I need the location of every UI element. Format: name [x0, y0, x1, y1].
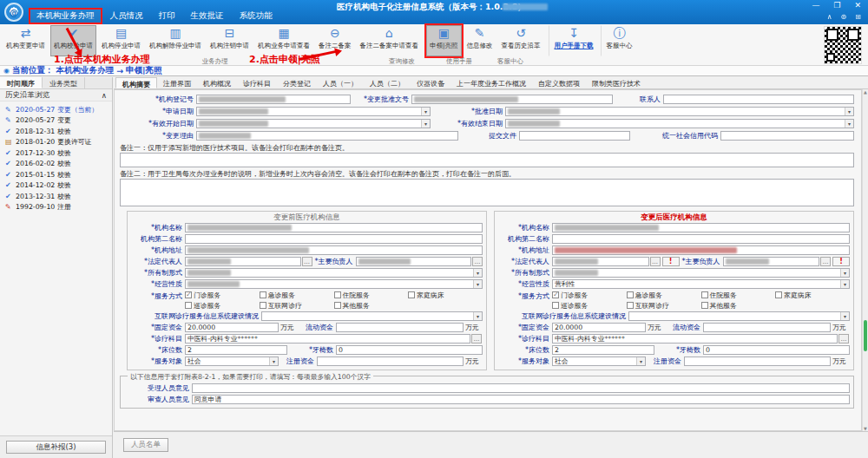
form-tab[interactable]: 限制类医疗技术	[586, 77, 647, 88]
info-supplement-button[interactable]: 信息补报(3)	[6, 441, 106, 454]
close-button[interactable]: ✕	[854, 1, 861, 10]
internet-service-select[interactable]	[628, 311, 850, 321]
nature-select[interactable]: 营利性	[552, 279, 850, 289]
toolbar-button[interactable]: ▤ 机构停业申请	[98, 25, 144, 56]
principal-lookup-button[interactable]: …	[820, 257, 831, 266]
toolbar-button[interactable]: ▦ 机构业务申请查看	[254, 25, 313, 56]
approve-date-field[interactable]	[505, 107, 854, 116]
toolbar-button[interactable]: ⌂ 备注二备案申请查看	[357, 25, 423, 56]
history-item[interactable]: ✎ 2020-05-27 变更	[0, 115, 112, 127]
second-name-field[interactable]	[552, 234, 850, 244]
collapse-ribbon-icon[interactable]: ∧	[827, 13, 832, 21]
org-name-field[interactable]	[552, 223, 850, 232]
legal-rep-lookup-button[interactable]: …	[650, 257, 661, 266]
service-checkbox[interactable]	[775, 291, 782, 298]
current-fund-field[interactable]	[336, 323, 464, 332]
menu-item[interactable]: 打印	[151, 8, 183, 24]
scroll-up-icon[interactable]: ▲	[863, 89, 868, 95]
submit-file-field[interactable]	[519, 131, 630, 141]
maximize-button[interactable]: ❐	[833, 1, 840, 10]
legal-rep-lookup-button[interactable]: …	[302, 257, 312, 266]
service-checkbox[interactable]	[260, 302, 266, 309]
history-item[interactable]: ▤ 2018-01-20 更换许可证	[0, 137, 112, 148]
form-tab[interactable]: 注册界面	[157, 77, 197, 88]
service-checkbox[interactable]	[627, 302, 634, 309]
service-checkbox[interactable]	[701, 291, 708, 298]
internet-service-select[interactable]	[261, 311, 483, 321]
minimize-button[interactable]: —	[812, 1, 819, 10]
service-checkbox[interactable]	[185, 291, 192, 298]
principal-alert-button[interactable]: !	[832, 257, 850, 266]
second-name-field[interactable]	[185, 234, 483, 244]
vertical-scrollbar[interactable]: ▲ ▼	[862, 89, 868, 431]
principal-field[interactable]	[356, 257, 472, 266]
history-item[interactable]: ✎ 2020-05-27 变更（当前）	[0, 104, 112, 115]
valid-start-field[interactable]	[196, 119, 431, 128]
principal-field[interactable]	[723, 257, 820, 266]
history-item[interactable]: ✔ 2015-01-15 校验	[0, 169, 112, 180]
toolbar-button[interactable]: ↺ 查看历史沿革	[498, 25, 544, 56]
menu-item[interactable]: 人员情况	[102, 8, 151, 24]
subjects-lookup-button[interactable]: …	[471, 334, 482, 344]
note2-textarea[interactable]	[120, 179, 854, 206]
user-icon[interactable]: ⊚	[841, 13, 847, 21]
approval-no-field[interactable]	[411, 95, 613, 104]
address-field[interactable]	[185, 245, 483, 255]
service-checkbox[interactable]	[334, 302, 341, 309]
form-tab[interactable]: 诊疗科目	[237, 77, 277, 88]
toolbar-button[interactable]: ▣ 申领|亮照	[426, 25, 462, 56]
subjects-field[interactable]: 中医科-内科专业******	[185, 334, 470, 344]
org-name-field[interactable]	[185, 223, 483, 232]
note1-textarea[interactable]	[120, 153, 854, 167]
history-item[interactable]: ✎ 1992-09-10 注册	[0, 202, 112, 213]
collapse-icon[interactable]: ∧	[102, 91, 107, 100]
toolbar-button[interactable]: ↧ 用户手册下载	[549, 25, 597, 56]
service-checkbox[interactable]	[552, 291, 559, 298]
service-checkbox[interactable]	[701, 302, 708, 309]
service-checkbox[interactable]	[408, 291, 415, 298]
subjects-field[interactable]: 中医科-内科专业******	[552, 334, 838, 344]
form-tab[interactable]: 自定义数据项	[532, 77, 586, 88]
reg-fund-field[interactable]	[317, 357, 464, 366]
change-reason-field[interactable]	[196, 131, 458, 141]
menu-item[interactable]: 系统功能	[232, 8, 280, 24]
service-target-select[interactable]: 社会	[552, 357, 646, 366]
service-target-select[interactable]: 社会	[185, 357, 279, 366]
dental-chairs-field[interactable]: 0	[336, 345, 483, 355]
apply-date-field[interactable]	[196, 107, 431, 116]
sidebar-tab[interactable]: 时间顺序	[0, 77, 43, 88]
address-field[interactable]	[552, 245, 850, 255]
fixed-fund-field[interactable]: 20.0000	[185, 323, 279, 332]
personnel-list-button[interactable]: 人员名单	[123, 438, 168, 452]
toolbar-button[interactable]: ✎ 信息修改	[464, 25, 496, 56]
form-tab[interactable]: 机构概况	[197, 77, 237, 88]
history-item[interactable]: ✔ 2018-12-31 校验	[0, 126, 112, 137]
form-tab[interactable]: 机构摘要	[115, 77, 157, 88]
toolbar-button[interactable]: ▥ 机构解除停业申请	[146, 25, 205, 56]
legal-rep-field[interactable]	[185, 257, 301, 266]
valid-end-field[interactable]	[505, 119, 854, 128]
form-tab[interactable]: 人员（二）	[364, 77, 411, 88]
credit-code-field[interactable]	[720, 131, 854, 141]
legal-rep-field[interactable]	[552, 257, 649, 266]
reg-fund-field[interactable]	[684, 357, 831, 366]
legal-rep-alert-button[interactable]: !	[662, 257, 680, 266]
service-checkbox[interactable]	[627, 291, 634, 298]
history-item[interactable]: ✔ 2016-02-02 校验	[0, 159, 112, 170]
history-item[interactable]: ✔ 2017-12-30 校验	[0, 147, 112, 159]
principal-lookup-button[interactable]: …	[472, 257, 483, 266]
subjects-lookup-button[interactable]: …	[838, 334, 849, 344]
beds-field[interactable]: 2	[185, 345, 287, 355]
menu-item[interactable]: 本机构业务办理	[29, 8, 102, 24]
toolbar-button[interactable]: ⓘ 客服中心	[601, 25, 636, 56]
history-item[interactable]: ✔ 2013-12-31 校验	[0, 191, 112, 202]
history-item[interactable]: ✔ 2014-12-02 校验	[0, 180, 112, 192]
accept-opinion-field[interactable]	[192, 383, 850, 393]
form-tab[interactable]: 人员（一）	[317, 77, 364, 88]
form-tab[interactable]: 上一年度业务工作概况	[450, 77, 532, 88]
form-tab[interactable]: 分类登记	[277, 77, 317, 88]
grid-icon[interactable]: ⊞	[855, 13, 861, 21]
form-tab[interactable]: 仪器设备	[411, 77, 450, 88]
toolbar-button[interactable]: ⊟ 机构注销申请	[207, 25, 253, 56]
ownership-select[interactable]	[552, 268, 850, 278]
